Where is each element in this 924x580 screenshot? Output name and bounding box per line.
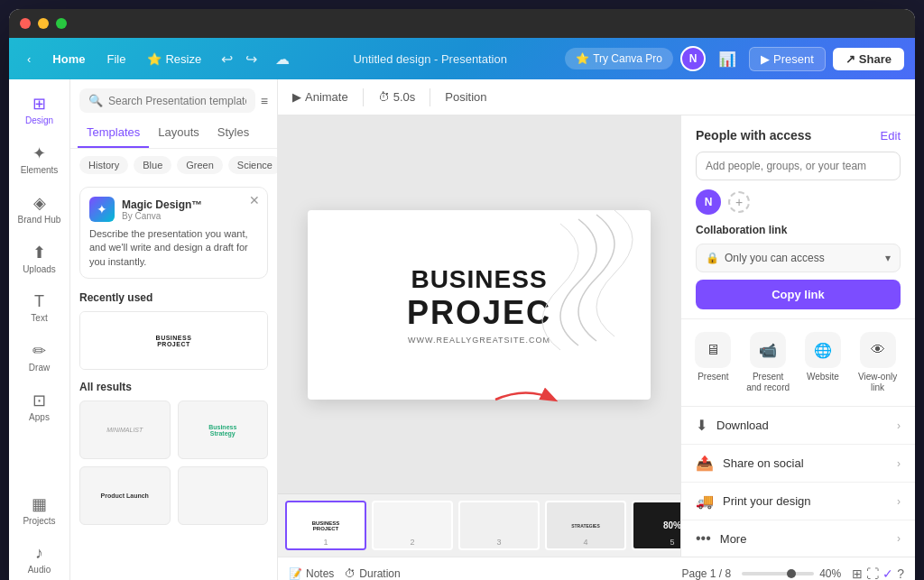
panel-tabs: Templates Layouts Styles <box>70 118 277 149</box>
present-button[interactable]: ▶ Present <box>749 47 826 71</box>
maximize-button[interactable] <box>56 18 67 29</box>
print-item[interactable]: 🚚 Print your design › <box>681 483 915 520</box>
audio-icon: ♪ <box>35 544 43 563</box>
sidebar-item-apps[interactable]: ⊡ Apps <box>14 383 65 429</box>
elements-icon: ✦ <box>32 143 46 163</box>
home-button[interactable]: Home <box>45 49 92 69</box>
undo-button[interactable]: ↩ <box>216 47 238 71</box>
notes-button[interactable]: 📝 Notes <box>289 567 334 580</box>
zoom-slider-thumb[interactable] <box>787 569 796 578</box>
tab-layouts[interactable]: Layouts <box>149 118 208 148</box>
search-wrapper[interactable]: 🔍 <box>79 88 255 113</box>
sub-toolbar: ▶ Animate ⏱ 5.0s Position <box>278 79 915 115</box>
share-social-icon: 📤 <box>696 455 714 472</box>
sidebar-item-projects[interactable]: ▦ Projects <box>14 487 65 533</box>
close-button[interactable] <box>20 18 31 29</box>
share-social-item[interactable]: 📤 Share on social › <box>681 445 915 483</box>
chip-blue[interactable]: Blue <box>134 156 171 174</box>
action-present[interactable]: 🖥 Present <box>695 332 731 393</box>
canvas-slide: BUSINESS PROJEC WWW.REALLYGREATSITE.COM <box>308 210 651 400</box>
thumb-item-5[interactable]: 80% 5 <box>632 501 680 550</box>
filter-icon[interactable]: ≡ <box>261 94 268 108</box>
chip-green[interactable]: Green <box>177 156 223 174</box>
thumb-item-1[interactable]: BUSINESSPROJECT 1 <box>285 501 366 550</box>
template-thumb-minimalist[interactable]: MINIMALIST <box>79 400 171 459</box>
tab-templates[interactable]: Templates <box>78 118 149 148</box>
design-icon: ⊞ <box>32 94 46 114</box>
tab-styles[interactable]: Styles <box>208 118 258 148</box>
people-input[interactable] <box>696 152 901 180</box>
cloud-save-button[interactable]: ☁ <box>270 47 295 71</box>
grid-view-icon[interactable]: ⊞ <box>852 566 863 581</box>
chip-science[interactable]: Science <box>228 156 277 174</box>
chevron-down-icon[interactable]: ▾ <box>885 252 891 264</box>
sidebar-item-uploads[interactable]: ⬆ Uploads <box>14 235 65 281</box>
redo-button[interactable]: ↪ <box>240 47 263 71</box>
apps-icon: ⊡ <box>32 391 46 410</box>
position-button[interactable]: Position <box>445 90 486 104</box>
action-present-record[interactable]: 📹 Present and record <box>744 332 791 393</box>
star-icon: ⭐ <box>576 52 589 65</box>
magic-design-card[interactable]: ✕ ✦ Magic Design™ By Canva Describe the … <box>79 187 268 279</box>
duration-bar-button[interactable]: ⏱ Duration <box>345 567 400 580</box>
resize-button[interactable]: ⭐ Resize <box>140 49 208 69</box>
chart-icon-button[interactable]: 📊 <box>713 47 742 71</box>
edit-link[interactable]: Edit <box>881 129 901 143</box>
more-item[interactable]: ••• More › <box>681 520 915 557</box>
collab-link-row[interactable]: 🔒 Only you can access ▾ <box>696 244 901 272</box>
print-label: Print your design <box>723 494 811 508</box>
template-thumb-launch[interactable]: Product Launch <box>79 466 171 525</box>
owner-row: N + <box>696 189 901 215</box>
sidebar-item-text[interactable]: T Text <box>14 285 65 330</box>
all-results-label: All results <box>70 373 277 397</box>
website-label: Website <box>807 372 839 382</box>
view-icons: ⊞ ⛶ ✓ ? <box>852 566 904 581</box>
title-bar <box>9 9 915 38</box>
sidebar-item-elements[interactable]: ✦ Elements <box>14 136 65 182</box>
try-pro-button[interactable]: ⭐ Try Canva Pro <box>565 48 673 69</box>
magic-design-icon: ✦ <box>89 197 115 222</box>
template-thumb-empty[interactable] <box>178 466 269 525</box>
magic-card-title: Magic Design™ <box>122 198 202 211</box>
zoom-slider[interactable] <box>742 572 814 575</box>
add-person-button[interactable]: + <box>728 191 750 213</box>
sidebar-item-draw[interactable]: ✏ Draw <box>14 334 65 380</box>
action-viewonly[interactable]: 👁 View-only link <box>855 332 901 393</box>
filter-chips: History Blue Green Science Bus... <box>70 149 277 181</box>
sidebar-item-audio[interactable]: ♪ Audio <box>14 537 65 580</box>
share-panel: People with access Edit N + Collaborati <box>680 115 915 557</box>
resize-icon: ⭐ <box>147 52 162 66</box>
action-website[interactable]: 🌐 Website <box>805 332 841 393</box>
magic-card-titles: Magic Design™ By Canva <box>122 198 202 221</box>
print-icon: 🚚 <box>696 493 714 510</box>
help-icon[interactable]: ? <box>897 566 904 581</box>
duration-button[interactable]: ⏱ 5.0s <box>378 90 416 104</box>
minimize-button[interactable] <box>38 18 49 29</box>
canvas-container[interactable]: BUSINESS PROJEC WWW.REALLYGREATSITE.COM <box>278 115 680 493</box>
share-button[interactable]: ↗ Share <box>833 48 904 70</box>
user-avatar[interactable]: N <box>680 46 706 71</box>
thumb-item-4[interactable]: STRATEGIES 4 <box>545 501 626 550</box>
thumb-item-3[interactable]: 3 <box>458 501 540 550</box>
template-thumb-strategy[interactable]: BusinessStrategy <box>178 400 269 459</box>
all-results-row-1: MINIMALIST BusinessStrategy <box>70 397 277 463</box>
chip-history[interactable]: History <box>79 156 128 174</box>
left-panel: 🔍 ≡ Templates Layouts Styles History <box>70 79 278 580</box>
magic-card-close-button[interactable]: ✕ <box>249 193 260 207</box>
animate-button[interactable]: ▶ Animate <box>292 90 348 104</box>
brand-icon: ◈ <box>33 193 46 213</box>
download-item[interactable]: ⬇ Download › <box>681 407 915 445</box>
nav-back-button[interactable]: ‹ <box>20 49 38 69</box>
fullscreen-icon[interactable]: ⛶ <box>866 566 879 581</box>
file-button[interactable]: File <box>99 49 133 69</box>
notes-icon: 📝 <box>289 567 302 580</box>
more-icon: ••• <box>696 530 711 547</box>
lock-icon: 🔒 <box>706 252 719 264</box>
sidebar-item-brand[interactable]: ◈ Brand Hub <box>14 186 65 232</box>
search-input[interactable] <box>108 95 246 107</box>
template-thumb-business[interactable]: BUSINESSPROJECT <box>79 311 268 370</box>
present-icon-circle: 🖥 <box>695 332 731 368</box>
thumb-item-2[interactable]: 2 <box>372 501 453 550</box>
copy-link-button[interactable]: Copy link <box>696 280 901 309</box>
sidebar-item-design[interactable]: ⊞ Design <box>14 87 65 133</box>
